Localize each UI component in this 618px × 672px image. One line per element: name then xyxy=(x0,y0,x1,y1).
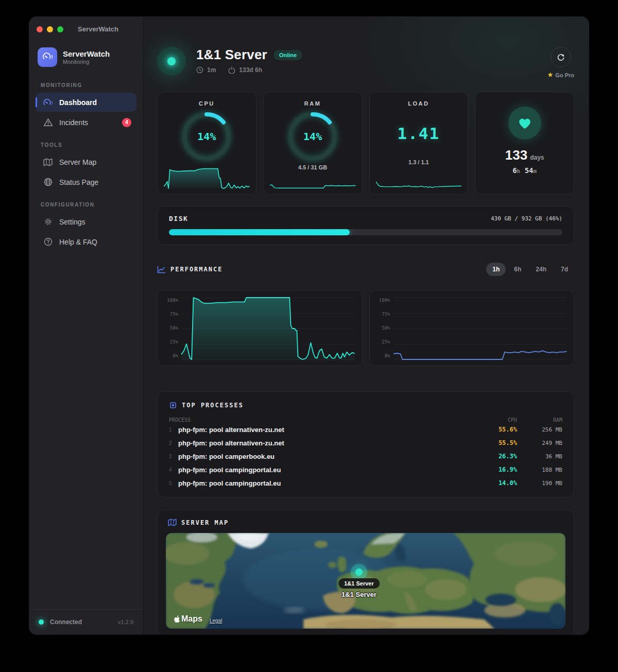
cpu-card: CPU 14% xyxy=(157,92,256,195)
sidebar-item-help-faq[interactable]: Help & FAQ xyxy=(36,232,136,251)
time-range-tabs: 1h 6h 24h 7d xyxy=(486,263,574,276)
process-ram: 190 MB xyxy=(517,480,562,487)
process-row: 5 php-fpm: pool campingportal.eu 14.0% 1… xyxy=(169,476,562,490)
map-viewport[interactable]: 1&1 Server 1&1 Server Maps Legal xyxy=(166,533,565,629)
cpu-sparkline xyxy=(164,162,250,189)
process-name: php-fpm: pool campingportal.eu xyxy=(178,466,478,474)
load-card-title: LOAD xyxy=(408,100,429,107)
chart-line-icon xyxy=(157,266,166,273)
server-location-marker[interactable] xyxy=(355,568,363,576)
row-index: 5 xyxy=(169,480,178,486)
load-detail: 1.3 / 1.1 xyxy=(408,159,429,165)
app-window: ServerWatch ! ServerWatch Monitoring MON… xyxy=(29,17,589,634)
top-processes-title: TOP PROCESSES xyxy=(182,402,244,409)
app-version: v1.2.0 xyxy=(118,619,133,625)
uptime-hours-value: 6 xyxy=(512,166,517,175)
clock-icon xyxy=(196,66,203,74)
process-name: php-fpm: pool alternativen-zu.net xyxy=(178,426,478,434)
y-tick: 0% xyxy=(385,353,390,358)
network-performance-chart xyxy=(393,298,567,359)
y-tick: 0% xyxy=(173,353,178,358)
y-tick: 75% xyxy=(382,312,390,317)
uptime-days-value: 133 xyxy=(505,147,527,163)
uptime-card: 133days 6h 54m xyxy=(475,92,574,195)
refresh-button[interactable] xyxy=(551,47,571,67)
sidebar-item-dashboard[interactable]: ! Dashboard xyxy=(36,93,136,112)
titlebar: ServerWatch xyxy=(29,17,143,36)
close-window-button[interactable] xyxy=(37,26,43,32)
y-tick: 100% xyxy=(167,298,178,303)
question-icon xyxy=(43,237,53,246)
sidebar-item-label: Help & FAQ xyxy=(59,238,97,246)
cpu-gauge: 14% xyxy=(181,111,232,162)
sidebar-item-label: Settings xyxy=(59,218,85,226)
server-name-title: 1&1 Server xyxy=(196,47,267,63)
active-indicator xyxy=(36,97,37,107)
main-content: 1&1 Server Online 1m xyxy=(143,17,589,634)
stats-grid: CPU 14% xyxy=(157,92,574,195)
apple-icon xyxy=(173,615,180,623)
refresh-icon xyxy=(556,53,565,62)
status-dot-icon xyxy=(167,57,176,65)
sidebar-item-status-page[interactable]: Status Page xyxy=(36,173,136,192)
minimize-window-button[interactable] xyxy=(47,26,53,32)
disk-card: DISK 430 GB / 932 GB (46%) xyxy=(157,206,574,245)
tab-1h[interactable]: 1h xyxy=(486,263,506,276)
legal-link[interactable]: Legal xyxy=(210,618,222,624)
gauge-icon: ! xyxy=(43,98,53,107)
sidebar-item-server-map[interactable]: Server Map xyxy=(36,152,136,171)
process-ram: 36 MB xyxy=(517,453,562,460)
cpu-performance-chart xyxy=(181,298,355,359)
server-header: 1&1 Server Online 1m xyxy=(157,47,574,78)
performance-title: PERFORMANCE xyxy=(170,266,222,273)
process-name: php-fpm: pool alternativen-zu.net xyxy=(178,439,478,447)
server-map-title: SERVER MAP xyxy=(181,519,229,526)
row-index: 1 xyxy=(169,427,178,433)
tab-6h[interactable]: 6h xyxy=(508,263,527,276)
sidebar: ServerWatch ! ServerWatch Monitoring MON… xyxy=(29,17,143,634)
server-map-card: SERVER MAP xyxy=(157,510,574,634)
process-cpu: 26.3% xyxy=(478,453,517,460)
zoom-window-button[interactable] xyxy=(57,26,63,32)
server-status-avatar xyxy=(157,47,186,76)
sidebar-item-incidents[interactable]: Incidents 4 xyxy=(36,113,136,132)
disk-progress-bar xyxy=(169,229,562,235)
process-table-header: PROCESS CPU RAM xyxy=(169,417,562,423)
disk-usage-value: 430 GB / 932 GB (46%) xyxy=(491,215,562,222)
y-tick: 25% xyxy=(170,339,178,344)
performance-header: PERFORMANCE 1h 6h 24h 7d xyxy=(157,263,574,276)
row-index: 2 xyxy=(169,440,178,446)
go-pro-button[interactable]: ★ Go Pro xyxy=(547,72,574,78)
process-name: php-fpm: pool camperbook.eu xyxy=(178,453,478,460)
sidebar-item-settings[interactable]: Settings xyxy=(36,212,136,231)
top-processes-card: TOP PROCESSES PROCESS CPU RAM 1 php-fpm:… xyxy=(157,391,574,497)
incidents-count-badge: 4 xyxy=(122,118,131,127)
load-card: LOAD 1.41 1.3 / 1.1 xyxy=(369,92,469,195)
server-map-text-label: 1&1 Server xyxy=(341,591,376,598)
map-icon xyxy=(43,158,53,166)
ram-percent-value: 14% xyxy=(287,111,338,162)
tab-24h[interactable]: 24h xyxy=(529,263,553,276)
network-performance-chart-card: 100% 75% 50% 25% 0% xyxy=(369,290,575,366)
process-row: 3 php-fpm: pool camperbook.eu 26.3% 36 M… xyxy=(169,450,562,463)
gear-icon xyxy=(43,217,53,226)
uptime-minutes-unit: m xyxy=(533,168,537,175)
sidebar-nav: MONITORING ! Dashboard xyxy=(29,72,143,252)
warning-icon xyxy=(43,118,53,127)
column-process: PROCESS xyxy=(169,417,478,423)
y-tick: 50% xyxy=(382,325,390,331)
uptime-minutes-value: 54 xyxy=(525,166,534,175)
connection-status: Connected v1.2.0 xyxy=(29,609,143,634)
process-cpu: 55.5% xyxy=(478,439,517,446)
tab-7d[interactable]: 7d xyxy=(555,263,574,276)
sidebar-item-label: Dashboard xyxy=(59,98,97,107)
uptime-hours-unit: h xyxy=(517,168,521,175)
section-label-monitoring: MONITORING xyxy=(41,82,131,88)
row-index: 4 xyxy=(169,467,178,473)
process-ram: 188 MB xyxy=(517,467,562,473)
process-ram: 249 MB xyxy=(517,440,562,446)
uptime-days-unit: days xyxy=(530,154,544,161)
power-icon xyxy=(228,66,235,74)
process-ram: 256 MB xyxy=(517,426,562,433)
connection-label: Connected xyxy=(50,618,82,626)
